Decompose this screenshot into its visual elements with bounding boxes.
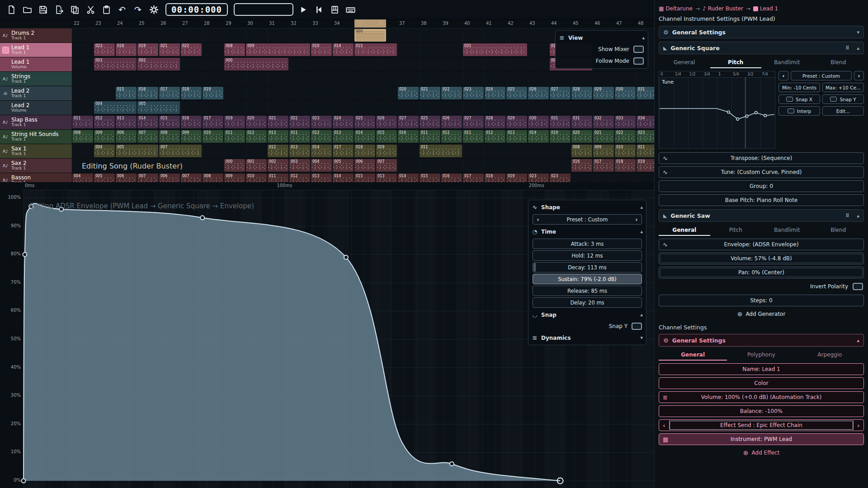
track-header[interactable]: A♪Slap BassTrack 1 (0, 115, 72, 129)
chevron-up-icon[interactable]: ▴ (640, 204, 643, 210)
pattern-cell[interactable]: 012 (441, 130, 462, 143)
pattern-cell[interactable]: 003 (289, 159, 310, 172)
tab-general[interactable]: General (659, 350, 727, 361)
pattern-cell[interactable]: 013 (376, 174, 397, 182)
pattern-cell[interactable]: 014 (311, 145, 332, 157)
pattern-cell[interactable]: 007 (376, 159, 397, 172)
pattern-cell[interactable]: 025 (506, 87, 527, 99)
pattern-cell[interactable]: 021 (420, 87, 440, 99)
pattern-cell[interactable]: 010 (203, 130, 223, 143)
pattern-cell[interactable]: 004 (94, 145, 115, 157)
skip-back-button[interactable] (313, 4, 325, 15)
pattern-cell[interactable]: 026 (441, 116, 462, 128)
pattern-cell[interactable]: 007 (159, 145, 202, 157)
tab-arpeggio[interactable]: Arpeggio (796, 350, 864, 361)
timeline-col-30[interactable]: 30 (247, 21, 253, 26)
copy-button[interactable] (69, 4, 80, 15)
interp-checkbox[interactable] (788, 108, 794, 113)
timeline-col-29[interactable]: 29 (226, 21, 231, 26)
pattern-cell[interactable]: 016 (571, 159, 592, 172)
pattern-cell[interactable]: 018 (485, 174, 505, 182)
pattern-cell[interactable]: 023 (463, 87, 484, 99)
pattern-cell[interactable]: 006 (116, 130, 137, 143)
pattern-cell[interactable]: 021 (159, 43, 180, 56)
drag-handle-icon[interactable]: ⠿ (845, 213, 850, 219)
pattern-cell[interactable]: 028 (571, 87, 592, 99)
piano-roll-icon[interactable] (329, 4, 341, 15)
snap-x-toggle[interactable]: Snap X (778, 94, 820, 104)
pattern-cell[interactable]: 004 (94, 101, 137, 114)
track-cells[interactable]: 0150160170180190200210220230240250260270… (72, 86, 654, 100)
timeline-col-34[interactable]: 34 (334, 21, 340, 26)
pattern-cell[interactable]: 005 (94, 174, 115, 182)
channel-color-row[interactable]: Color (659, 377, 864, 389)
save-button[interactable] (37, 4, 49, 15)
pattern-cell[interactable]: 009 (224, 174, 245, 182)
pattern-cell[interactable]: 019 (137, 43, 158, 56)
pattern-cell[interactable]: 027 (463, 116, 484, 128)
pattern-cell[interactable]: 016 (137, 87, 158, 99)
pattern-cell[interactable]: 018 (181, 87, 202, 99)
track-header[interactable]: A♪BassonTrack 1 (0, 173, 72, 182)
pattern-cell[interactable]: 019 (550, 130, 571, 143)
prev-preset-button[interactable]: ‹ (533, 216, 543, 223)
pattern-cell[interactable]: 025 (420, 116, 440, 128)
pattern-cell[interactable]: 022 (289, 116, 310, 128)
tab-general[interactable]: General (659, 225, 710, 236)
pattern-cell[interactable]: 032 (593, 116, 614, 128)
timeline-col-26[interactable]: 26 (160, 21, 166, 26)
snap-y-toggle[interactable]: Snap Y (822, 94, 864, 104)
track-header[interactable]: A♪String Hit SoundsTrack 1 (0, 130, 72, 144)
add-effect-button[interactable]: ⊕ Add Effect (659, 447, 864, 458)
pattern-cell[interactable]: 016 (398, 130, 419, 143)
tab-blend[interactable]: Blend (813, 57, 864, 68)
pattern-cell[interactable]: 014 (333, 43, 354, 56)
track-cells[interactable]: 0040050060070060070080090100110120130140… (72, 173, 654, 182)
pattern-cell[interactable]: 019 (637, 159, 654, 172)
pattern-cell[interactable]: 024 (485, 87, 505, 99)
pattern-cell[interactable]: 001 (246, 159, 267, 172)
play-button[interactable] (297, 4, 309, 15)
attack-row[interactable]: Attack: 3 ms (533, 239, 642, 249)
chevron-up-icon[interactable]: ▴ (642, 35, 645, 41)
channel-balance-row[interactable]: Balance: -100% (659, 405, 864, 417)
show-mixer-checkbox[interactable] (633, 46, 644, 53)
tab-pitch[interactable]: Pitch (710, 225, 762, 236)
chevron-down-icon[interactable]: ▾ (640, 335, 643, 341)
decay-row[interactable]: Decay: 113 ms (533, 262, 642, 272)
pattern-cell[interactable]: 007 (137, 174, 158, 182)
pattern-cell[interactable]: 009 (593, 145, 614, 157)
pattern-cell[interactable]: 020 (246, 116, 267, 128)
envelope-point[interactable] (22, 479, 26, 483)
pattern-cell[interactable]: 022 (441, 87, 462, 99)
track-header[interactable]: Lead 2Volume (0, 101, 72, 115)
tune-curve-plot[interactable]: 01/41/23/415/43/27/4 Tune (659, 71, 775, 149)
prev-effect-arrow[interactable]: ‹ (659, 420, 670, 431)
channel-name-row[interactable]: Name: Lead 1 (659, 363, 864, 375)
pattern-cell[interactable]: 021 (268, 116, 288, 128)
pattern-cell[interactable]: 023 (528, 174, 549, 182)
channel-general-settings-header[interactable]: ⚙ General Settings ▴ (659, 334, 864, 347)
pattern-cell[interactable]: 026 (376, 116, 397, 128)
pattern-cell[interactable]: 029 (506, 116, 527, 128)
settings-gear-button[interactable] (148, 4, 160, 15)
timeline-col-43[interactable]: 43 (529, 21, 535, 26)
pattern-cell[interactable]: 034 (637, 116, 654, 128)
pattern-cell[interactable]: 016 (181, 116, 202, 128)
envelope-point[interactable] (23, 253, 27, 257)
pattern-cell[interactable]: 020 (571, 130, 592, 143)
pattern-cell[interactable]: 023 (311, 116, 332, 128)
pattern-cell[interactable]: 027 (550, 87, 571, 99)
pattern-cell[interactable]: 006 (116, 174, 137, 182)
tune-preset-label[interactable]: Preset : Custom (791, 71, 852, 80)
timeline-col-31[interactable]: 31 (269, 21, 275, 26)
next-tune-preset-button[interactable]: › (854, 71, 864, 80)
hold-row[interactable]: Hold: 12 ms (533, 250, 642, 261)
pattern-cell[interactable]: 015 (420, 174, 440, 182)
pattern-cell[interactable]: 003 (94, 58, 137, 70)
pattern-cell[interactable]: 011 (72, 116, 93, 128)
pattern-cell[interactable]: 014 (528, 130, 549, 143)
pattern-cell[interactable]: 011 (224, 130, 245, 143)
transpose-row[interactable]: ∿Transpose: (Sequence) (659, 152, 864, 164)
chevron-up-icon[interactable]: ▴ (857, 213, 859, 219)
